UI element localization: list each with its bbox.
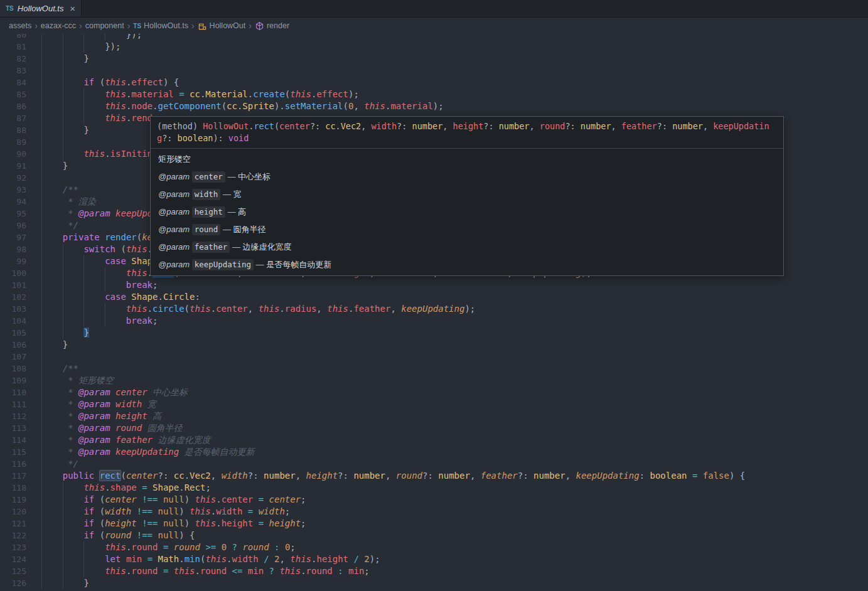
indent-guide	[63, 506, 63, 518]
indent-guide	[63, 303, 63, 315]
code-line-120[interactable]: 120 if (width !== null) this.width = wid…	[0, 506, 868, 518]
indent-guide	[83, 41, 84, 53]
breadcrumb-item-assets[interactable]: assets	[9, 21, 31, 30]
code-line-content: * @param round 圆角半径	[41, 422, 868, 434]
code-line-content: }	[41, 53, 868, 65]
indent-guide	[63, 255, 63, 267]
code-line-124[interactable]: 124 let min = Math.min(this.width / 2, t…	[0, 553, 868, 565]
indent-guide	[41, 232, 42, 243]
indent-guide	[41, 208, 42, 220]
indent-guide	[83, 267, 84, 279]
code-line-102[interactable]: 102 case Shape.Circle:	[0, 291, 868, 303]
code-line-119[interactable]: 119 if (center !== null) this.center = c…	[0, 494, 868, 506]
indent-guide	[41, 386, 42, 398]
indent-guide	[63, 34, 63, 41]
code-line-117[interactable]: 117 public rect(center?: cc.Vec2, width?…	[0, 470, 868, 482]
indent-guide	[83, 88, 84, 100]
code-line-content: this.circle(this.center, this.radius, th…	[41, 303, 868, 315]
indent-guide	[41, 398, 42, 410]
code-line-content: this.node.getComponent(cc.Sprite).setMat…	[41, 100, 868, 112]
code-line-content: if (width !== null) this.width = width;	[41, 506, 868, 518]
indent-guide	[63, 65, 63, 77]
code-line-104[interactable]: 104 break;	[0, 315, 868, 327]
indent-guide	[63, 267, 63, 279]
code-line-content: this.round = round >= 0 ? round : 0;	[41, 541, 868, 553]
breadcrumb-item-hollowout-ts[interactable]: TSHollowOut.ts	[133, 21, 188, 30]
line-number: 106	[0, 339, 26, 351]
indent-guide	[63, 494, 63, 506]
code-line-83[interactable]: 83	[0, 65, 868, 77]
indent-guide	[63, 291, 63, 303]
line-number: 97	[0, 232, 26, 243]
indent-guide	[63, 541, 63, 553]
code-line-115[interactable]: 115 * @param keepUpdating 是否每帧自动更新	[0, 446, 868, 458]
code-line-82[interactable]: 82 }	[0, 53, 868, 65]
code-line-103[interactable]: 103 this.circle(this.center, this.radius…	[0, 303, 868, 315]
line-number: 109	[0, 375, 26, 386]
line-number: 84	[0, 77, 26, 88]
code-line-122[interactable]: 122 if (round !== null) {	[0, 530, 868, 541]
indent-guide	[41, 53, 42, 65]
code-line-112[interactable]: 112 * @param height 高	[0, 410, 868, 422]
code-line-content: * @param center 中心坐标	[41, 386, 868, 398]
indent-guide	[83, 553, 84, 565]
code-line-114[interactable]: 114 * @param feather 边缘虚化宽度	[0, 434, 868, 446]
code-line-109[interactable]: 109 * 矩形镂空	[0, 375, 868, 386]
breadcrumb-item-hollowout[interactable]: HollowOut	[198, 21, 246, 31]
code-line-content: let min = Math.min(this.width / 2, this.…	[41, 553, 868, 565]
indent-guide	[63, 100, 63, 112]
code-line-86[interactable]: 86 this.node.getComponent(cc.Sprite).set…	[0, 100, 868, 112]
indent-guide	[41, 124, 42, 136]
indent-guide	[83, 34, 84, 41]
indent-guide	[41, 410, 42, 422]
tab-close-icon[interactable]: ×	[70, 4, 75, 13]
code-line-113[interactable]: 113 * @param round 圆角半径	[0, 422, 868, 434]
code-line-84[interactable]: 84 if (this.effect) {	[0, 77, 868, 88]
line-number: 92	[0, 172, 26, 184]
code-line-108[interactable]: 108 /**	[0, 363, 868, 375]
line-number: 119	[0, 494, 26, 506]
indent-guide	[83, 279, 84, 291]
hover-param-width: @param width — 宽	[158, 189, 776, 200]
breadcrumb-item-eazax-ccc[interactable]: eazax-ccc	[41, 21, 76, 30]
indent-guide	[41, 88, 42, 100]
indent-guide	[41, 65, 42, 77]
hover-param-keepUpdating: @param keepUpdating — 是否每帧自动更新	[158, 259, 776, 270]
indent-guide	[83, 315, 84, 327]
code-line-106[interactable]: 106 }	[0, 339, 868, 351]
code-line-111[interactable]: 111 * @param width 宽	[0, 398, 868, 410]
code-line-80[interactable]: 80 });	[0, 34, 868, 41]
line-number: 117	[0, 470, 26, 482]
code-line-content: this.material = cc.Material.create(this.…	[41, 88, 868, 100]
indent-guide	[63, 279, 63, 291]
tab-hollowout-ts[interactable]: TS HollowOut.ts ×	[0, 0, 82, 17]
code-line-107[interactable]: 107	[0, 351, 868, 363]
hover-param-height: @param height — 高	[158, 206, 776, 218]
code-line-121[interactable]: 121 if (height !== null) this.height = h…	[0, 518, 868, 530]
code-line-101[interactable]: 101 break;	[0, 279, 868, 291]
code-line-content: public rect(center?: cc.Vec2, width?: nu…	[41, 470, 868, 482]
line-number: 88	[0, 124, 26, 136]
breadcrumb-item-render[interactable]: render	[255, 21, 289, 31]
line-number: 121	[0, 518, 26, 530]
code-line-126[interactable]: 126 }	[0, 577, 868, 589]
indent-guide	[41, 315, 42, 327]
code-line-123[interactable]: 123 this.round = round >= 0 ? round : 0;	[0, 541, 868, 553]
code-line-110[interactable]: 110 * @param center 中心坐标	[0, 386, 868, 398]
code-line-105[interactable]: 105 }	[0, 327, 868, 339]
code-line-118[interactable]: 118 this.shape = Shape.Rect;	[0, 482, 868, 494]
indent-guide	[41, 351, 42, 363]
code-line-81[interactable]: 81 });	[0, 41, 868, 53]
breadcrumb-item-component[interactable]: component	[85, 21, 124, 30]
code-line-116[interactable]: 116 */	[0, 458, 868, 470]
indent-guide	[63, 315, 63, 327]
hover-signature-line: g?: boolean): void	[157, 132, 777, 144]
indent-guide	[63, 53, 63, 65]
code-line-content	[41, 65, 868, 77]
line-number: 124	[0, 553, 26, 565]
line-number: 100	[0, 267, 26, 279]
indent-guide	[41, 136, 42, 148]
code-line-125[interactable]: 125 this.round = this.round <= min ? thi…	[0, 565, 868, 577]
code-line-content: case Shape.Circle:	[41, 291, 868, 303]
code-line-85[interactable]: 85 this.material = cc.Material.create(th…	[0, 88, 868, 100]
